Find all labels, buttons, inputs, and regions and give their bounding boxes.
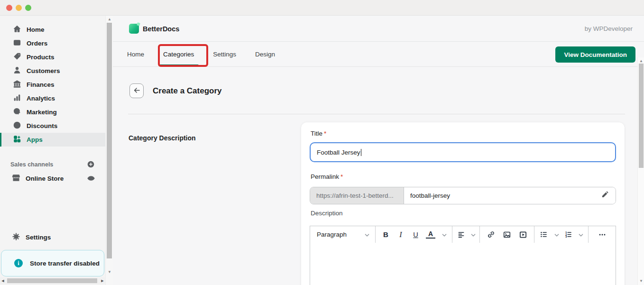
finances-icon xyxy=(13,80,21,90)
permalink-label: Permalink* xyxy=(311,173,343,180)
store-transfer-notice[interactable]: i Store transfer disabled xyxy=(1,250,104,276)
sidebar-item-label: Analytics xyxy=(27,95,55,102)
tab-categories[interactable]: Categories xyxy=(158,42,199,66)
title-input[interactable]: Football Jersey xyxy=(310,142,616,162)
sidebar-item-apps[interactable]: Apps xyxy=(0,133,105,147)
chevron-down-icon[interactable] xyxy=(442,231,447,238)
home-icon xyxy=(13,25,21,35)
main-vertical-scrollbar[interactable]: ▲ ▼ xyxy=(637,57,644,285)
sidebar-item-label: Products xyxy=(27,54,55,61)
sales-channels-label: Sales channels xyxy=(10,161,53,168)
text-color-button[interactable]: A xyxy=(426,230,435,239)
sidebar-item-label: Orders xyxy=(27,40,47,47)
edit-permalink-button[interactable] xyxy=(594,187,616,204)
marketing-icon xyxy=(13,107,21,117)
chevron-down-icon[interactable] xyxy=(554,231,559,238)
description-editor-area[interactable] xyxy=(310,243,616,285)
sidebar-item-label: Home xyxy=(27,26,45,33)
chevron-down-icon[interactable] xyxy=(471,231,476,238)
notice-label: Store transfer disabled xyxy=(30,260,100,267)
scroll-down-arrow[interactable]: ▼ xyxy=(638,278,644,284)
permalink-prefix: https://afrin-test-1-betterd... xyxy=(310,187,404,204)
scroll-up-arrow[interactable]: ▲ xyxy=(106,17,113,22)
sidebar-item-settings[interactable]: Settings xyxy=(0,230,105,244)
svg-text:3: 3 xyxy=(565,235,567,238)
bold-button[interactable]: B xyxy=(381,228,391,241)
sidebar-item-orders[interactable]: Orders xyxy=(0,37,105,50)
main-area: BetterDocs by WPDeveloper Home Categorie… xyxy=(113,16,644,285)
sidebar-item-marketing[interactable]: Marketing xyxy=(0,105,105,119)
chevron-down-icon xyxy=(365,231,369,238)
eye-icon[interactable] xyxy=(87,174,95,184)
storefront-icon xyxy=(12,174,20,184)
app-header: BetterDocs by WPDeveloper xyxy=(113,16,644,42)
apps-icon xyxy=(13,135,21,145)
sidebar-item-finances[interactable]: Finances xyxy=(0,78,105,92)
title-input-value: Football Jersey xyxy=(317,149,360,156)
sidebar-item-label: Marketing xyxy=(27,109,57,116)
underline-button[interactable]: U xyxy=(411,228,421,241)
scrollbar-thumb[interactable] xyxy=(639,64,644,168)
sidebar-item-label: Finances xyxy=(27,81,55,88)
title-label: Title* xyxy=(311,130,326,137)
sidebar-item-online-store[interactable]: Online Store xyxy=(0,172,105,185)
tab-bar: Home Categories Settings Design View Doc… xyxy=(113,42,644,67)
editor-toolbar: Paragraph B I U A xyxy=(310,226,616,243)
tab-design[interactable]: Design xyxy=(250,42,280,66)
sidebar-item-customers[interactable]: Customers xyxy=(0,64,105,78)
add-sales-channel-button[interactable] xyxy=(87,160,95,170)
app-title: BetterDocs xyxy=(143,16,179,42)
sidebar-item-label: Discounts xyxy=(27,122,57,129)
italic-button[interactable]: I xyxy=(396,228,405,241)
gear-icon xyxy=(12,232,20,242)
back-arrow-icon xyxy=(133,86,141,96)
align-left-button[interactable] xyxy=(456,228,466,241)
scrollbar-thumb[interactable] xyxy=(7,278,97,283)
permalink-input[interactable]: football-jersey xyxy=(404,187,594,204)
info-icon: i xyxy=(14,259,23,267)
close-button[interactable] xyxy=(6,5,12,11)
chevron-down-icon[interactable] xyxy=(579,231,583,238)
sidebar-item-home[interactable]: Home xyxy=(0,23,105,37)
sidebar-item-label: Settings xyxy=(26,234,51,241)
paragraph-style-dropdown[interactable]: Paragraph xyxy=(310,226,376,243)
sidebar-item-label: Apps xyxy=(27,136,43,143)
insert-video-button[interactable] xyxy=(518,228,528,241)
back-button[interactable] xyxy=(129,83,144,98)
orders-icon xyxy=(13,38,21,48)
category-form-card: Title* Football Jersey Permalink* https:… xyxy=(301,122,625,285)
window-titlebar xyxy=(0,0,644,16)
scroll-down-arrow[interactable]: ▼ xyxy=(106,269,113,275)
sidebar-horizontal-scrollbar[interactable]: ◄ ► xyxy=(0,277,105,284)
sales-channels-header: Sales channels xyxy=(0,158,105,171)
sidebar-item-discounts[interactable]: Discounts xyxy=(0,119,105,133)
tab-home[interactable]: Home xyxy=(122,42,149,66)
more-options-button[interactable] xyxy=(598,228,607,241)
discounts-icon xyxy=(13,121,21,131)
pencil-icon xyxy=(601,191,608,200)
page-title: Create a Category xyxy=(153,83,222,98)
insert-image-button[interactable] xyxy=(502,228,512,241)
scrollbar-thumb[interactable] xyxy=(107,23,112,258)
sidebar-item-analytics[interactable]: Analytics xyxy=(0,92,105,105)
betterdocs-logo-icon xyxy=(129,24,139,34)
tab-settings[interactable]: Settings xyxy=(208,42,241,66)
numbered-list-button[interactable]: 123 xyxy=(563,228,573,241)
scroll-left-arrow[interactable]: ◄ xyxy=(0,277,6,284)
customers-icon xyxy=(13,66,21,76)
paragraph-dropdown-label: Paragraph xyxy=(317,231,364,238)
maximize-button[interactable] xyxy=(25,5,31,11)
description-label: Description xyxy=(311,210,343,217)
app-byline: by WPDeveloper xyxy=(585,16,633,42)
products-icon xyxy=(13,52,21,62)
sidebar: Home Orders Products Customers Finances … xyxy=(0,16,105,285)
sidebar-item-products[interactable]: Products xyxy=(0,50,105,64)
scroll-right-arrow[interactable]: ► xyxy=(100,277,105,284)
minimize-button[interactable] xyxy=(16,5,22,11)
bullet-list-button[interactable] xyxy=(539,228,549,241)
analytics-icon xyxy=(13,93,21,103)
sidebar-item-label: Online Store xyxy=(26,175,64,182)
insert-link-button[interactable] xyxy=(487,228,496,241)
view-documentation-button[interactable]: View Documentation xyxy=(555,46,635,63)
sidebar-vertical-scrollbar[interactable]: ▲ ▼ xyxy=(105,16,113,285)
